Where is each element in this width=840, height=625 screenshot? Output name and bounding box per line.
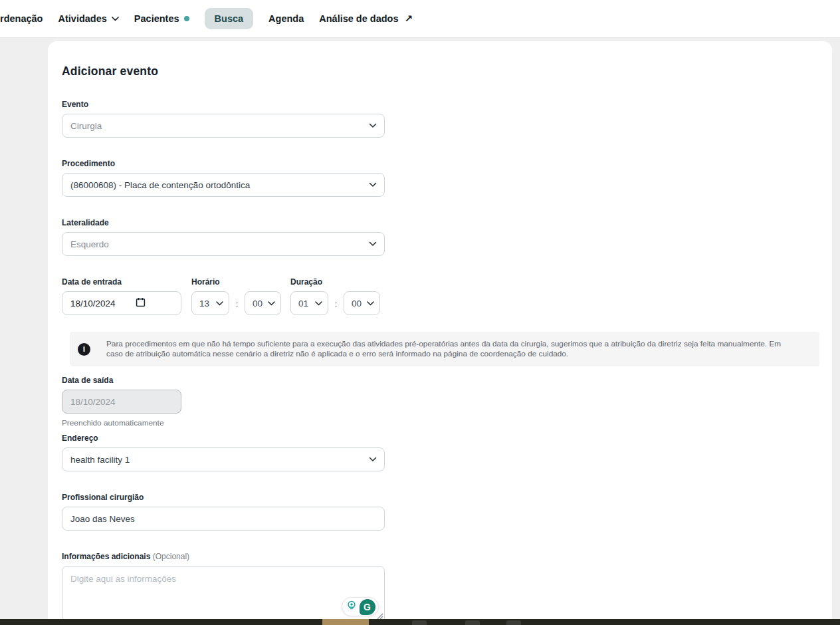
- horario-hour-value: 13: [199, 299, 216, 309]
- field-informacoes-adicionais: Informações adicionais (Opcional) G: [62, 552, 818, 624]
- nav-item-label: Atividades: [58, 13, 106, 24]
- bottom-bar-item: [412, 620, 427, 625]
- nav-item-label: Pacientes: [134, 13, 179, 24]
- info-banner-text: Para procedimentos em que não há tempo s…: [106, 339, 799, 360]
- field-endereco: Endereço health facility 1: [62, 434, 818, 471]
- chevron-down-icon: [369, 241, 377, 247]
- grammarly-widget[interactable]: G: [342, 597, 379, 616]
- field-procedimento: Procedimento (86000608) - Placa de conte…: [62, 159, 818, 197]
- data-entrada-input[interactable]: 18/10/2024: [62, 291, 181, 315]
- procedimento-value: (86000608) - Placa de contenção ortodônt…: [70, 180, 376, 190]
- chevron-down-icon: [315, 301, 322, 306]
- lateralidade-value: Esquerdo: [70, 239, 376, 249]
- bottom-bar-highlight: [322, 619, 369, 625]
- bottom-bar-item: [465, 620, 480, 625]
- chevron-down-icon: [367, 301, 374, 306]
- duracao-separator: :: [328, 299, 344, 309]
- profissional-label: Profissional cirurgião: [62, 493, 818, 502]
- data-saida-value: 18/10/2024: [70, 397, 173, 407]
- chevron-down-icon: [216, 301, 223, 306]
- info-icon: i: [78, 343, 90, 356]
- field-profissional: Profissional cirurgião Joao das Neves: [62, 493, 818, 531]
- evento-value: Cirurgia: [70, 121, 376, 131]
- profissional-input[interactable]: Joao das Neves: [62, 507, 385, 531]
- field-duracao: Duração 01 : 00: [290, 277, 380, 315]
- data-entrada-value: 18/10/2024: [70, 299, 173, 309]
- informacoes-textarea-wrap: G: [62, 566, 385, 624]
- informacoes-label-text: Informações adicionais: [62, 552, 150, 561]
- horario-hour-select[interactable]: 13: [191, 291, 229, 315]
- chevron-down-icon: [112, 17, 119, 21]
- nav-item-busca-active[interactable]: Busca: [205, 8, 254, 29]
- nav-item-label: Análise de dados: [319, 13, 398, 24]
- page-title: Adicionar evento: [62, 64, 818, 78]
- calendar-icon[interactable]: [136, 297, 146, 309]
- field-evento: Evento Cirurgia: [62, 100, 818, 138]
- endereco-value: health facility 1: [70, 455, 376, 465]
- profissional-value: Joao das Neves: [70, 514, 376, 524]
- informacoes-label: Informações adicionais (Opcional): [62, 552, 818, 561]
- data-saida-label: Data de saída: [62, 376, 818, 385]
- chevron-down-icon: [268, 301, 275, 306]
- external-link-icon: ↗: [405, 13, 413, 25]
- add-event-card: Adicionar evento Evento Cirurgia Procedi…: [48, 41, 832, 625]
- field-lateralidade: Lateralidade Esquerdo: [62, 218, 818, 256]
- horario-minute-select[interactable]: 00: [245, 291, 281, 315]
- chevron-down-icon: [369, 182, 377, 188]
- info-banner: i Para procedimentos em que não há tempo…: [70, 332, 819, 366]
- lateralidade-label: Lateralidade: [62, 218, 818, 227]
- nav-item-coordenacao[interactable]: rdenação: [0, 13, 43, 24]
- chevron-down-icon: [369, 123, 377, 128]
- horario-minute-value: 00: [253, 299, 268, 309]
- procedimento-select[interactable]: (86000608) - Placa de contenção ortodônt…: [62, 173, 385, 197]
- procedimento-label: Procedimento: [62, 159, 818, 168]
- bottom-bar-item: [506, 620, 521, 625]
- data-saida-input-disabled: 18/10/2024: [62, 390, 181, 414]
- data-saida-helper: Preenchido automaticamente: [62, 418, 818, 428]
- top-navigation: rdenação Atividades Pacientes Busca Agen…: [0, 0, 840, 38]
- nav-item-agenda[interactable]: Agenda: [268, 13, 304, 24]
- chevron-down-icon: [369, 457, 377, 462]
- field-horario: Horário 13 : 00: [191, 277, 281, 315]
- duracao-minute-select[interactable]: 00: [344, 291, 380, 315]
- evento-label: Evento: [62, 100, 818, 109]
- nav-item-atividades[interactable]: Atividades: [58, 13, 118, 24]
- endereco-label: Endereço: [62, 434, 818, 443]
- duracao-minute-value: 00: [352, 299, 367, 309]
- evento-select[interactable]: Cirurgia: [62, 114, 385, 138]
- endereco-select[interactable]: health facility 1: [62, 447, 385, 471]
- notification-dot-icon: [184, 16, 189, 21]
- nav-item-label: Agenda: [268, 13, 304, 24]
- nav-item-pacientes[interactable]: Pacientes: [134, 13, 189, 24]
- lateralidade-select[interactable]: Esquerdo: [62, 232, 385, 256]
- duracao-hour-value: 01: [298, 299, 315, 309]
- informacoes-optional-text: (Opcional): [153, 552, 189, 561]
- duracao-label: Duração: [290, 277, 380, 287]
- horario-label: Horário: [191, 277, 281, 287]
- data-entrada-label: Data de entrada: [62, 277, 181, 287]
- nav-item-label: Busca: [215, 13, 244, 24]
- grammarly-g-icon: G: [360, 599, 375, 615]
- duracao-hour-select[interactable]: 01: [290, 291, 328, 315]
- grammarly-suggestion-bulb-icon: [346, 600, 358, 614]
- nav-item-analise-de-dados[interactable]: Análise de dados ↗: [319, 13, 413, 25]
- nav-item-label: rdenação: [0, 13, 43, 24]
- horario-separator: :: [229, 299, 245, 309]
- field-data-saida: Data de saída 18/10/2024 Preenchido auto…: [62, 376, 818, 428]
- field-data-entrada: Data de entrada 18/10/2024: [62, 277, 181, 315]
- datetime-row: Data de entrada 18/10/2024 Horário 13: [62, 277, 818, 315]
- informacoes-textarea[interactable]: [62, 566, 385, 624]
- bottom-system-bar: [0, 619, 840, 625]
